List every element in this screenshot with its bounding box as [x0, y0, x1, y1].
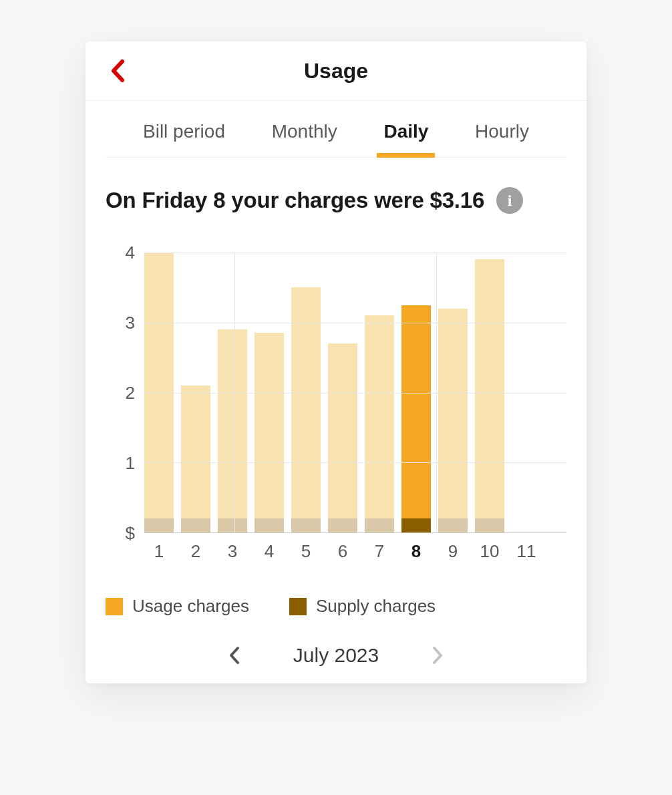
y-tick-label: 3	[126, 313, 135, 333]
x-tick-label: 7	[365, 537, 394, 567]
headline-text: On Friday 8 your charges were $3.16	[106, 188, 484, 213]
gridline	[144, 253, 566, 253]
legend-swatch-usage	[106, 598, 123, 615]
page-title: Usage	[304, 59, 368, 84]
x-tick-label: 10	[475, 537, 504, 567]
usage-bar[interactable]	[255, 333, 284, 532]
legend-label-supply: Supply charges	[316, 596, 436, 617]
tabs-row: Bill period Monthly Daily Hourly	[106, 101, 566, 158]
info-button[interactable]: i	[496, 187, 523, 214]
usage-bar[interactable]	[475, 259, 504, 532]
tab-monthly[interactable]: Monthly	[272, 121, 337, 157]
tab-hourly[interactable]: Hourly	[475, 121, 529, 157]
usage-bar[interactable]	[181, 385, 210, 532]
usage-bar[interactable]	[365, 315, 394, 532]
y-axis: 1234$	[106, 253, 138, 533]
daily-usage-chart: 1234$ 1234567891011	[106, 253, 566, 567]
card-header: Usage	[86, 41, 586, 101]
chart-legend: Usage charges Supply charges	[86, 567, 586, 617]
gridline	[144, 393, 566, 393]
supply-bar[interactable]	[401, 518, 431, 532]
period-prev-button[interactable]	[222, 643, 246, 667]
supply-bar[interactable]	[475, 518, 504, 532]
vertical-gridline	[436, 253, 437, 532]
usage-bar[interactable]	[328, 343, 357, 532]
period-next-button[interactable]	[426, 643, 450, 667]
tab-daily[interactable]: Daily	[383, 121, 428, 157]
headline-row: On Friday 8 your charges were $3.16 i	[86, 158, 586, 214]
x-tick-label: 2	[181, 537, 210, 567]
plot-area	[144, 253, 566, 533]
supply-bar[interactable]	[144, 518, 174, 532]
supply-bar[interactable]	[438, 518, 468, 532]
legend-item-supply: Supply charges	[289, 596, 436, 617]
legend-item-usage: Usage charges	[106, 596, 249, 617]
vertical-gridline	[234, 253, 235, 532]
legend-label-usage: Usage charges	[132, 596, 249, 617]
x-tick-label: 4	[255, 537, 284, 567]
gridline	[144, 323, 566, 323]
x-tick-label: 11	[512, 537, 541, 567]
supply-bar[interactable]	[181, 518, 210, 532]
x-axis-labels: 1234567891011	[144, 537, 566, 567]
x-tick-label: 3	[218, 537, 247, 567]
y-tick-label: 1	[126, 453, 135, 474]
chevron-right-icon	[432, 646, 444, 665]
x-tick-label: 1	[144, 537, 174, 567]
supply-bar[interactable]	[291, 518, 321, 532]
usage-bar[interactable]	[218, 329, 247, 532]
chevron-left-icon	[228, 646, 240, 665]
x-tick-label: 6	[328, 537, 357, 567]
info-icon: i	[508, 192, 512, 210]
usage-bar[interactable]	[291, 287, 321, 532]
back-button[interactable]	[106, 59, 130, 83]
legend-swatch-supply	[289, 598, 307, 615]
y-axis-currency-label: $	[126, 523, 135, 544]
period-selector: July 2023	[86, 617, 586, 683]
x-tick-label: 9	[438, 537, 468, 567]
supply-bar[interactable]	[218, 518, 247, 532]
usage-card: Usage Bill period Monthly Daily Hourly O…	[86, 41, 586, 683]
y-tick-label: 2	[126, 383, 135, 404]
x-tick-label: 5	[291, 537, 321, 567]
supply-bar[interactable]	[365, 518, 394, 532]
usage-bar[interactable]	[438, 309, 468, 532]
usage-bar[interactable]	[401, 305, 431, 532]
tab-bill-period[interactable]: Bill period	[143, 121, 225, 157]
gridline	[144, 462, 566, 463]
y-tick-label: 4	[126, 243, 135, 263]
x-tick-label: 8	[401, 537, 431, 567]
period-label: July 2023	[293, 644, 379, 667]
supply-bar[interactable]	[328, 518, 357, 532]
chevron-left-icon	[110, 59, 125, 82]
supply-bar[interactable]	[255, 518, 284, 532]
